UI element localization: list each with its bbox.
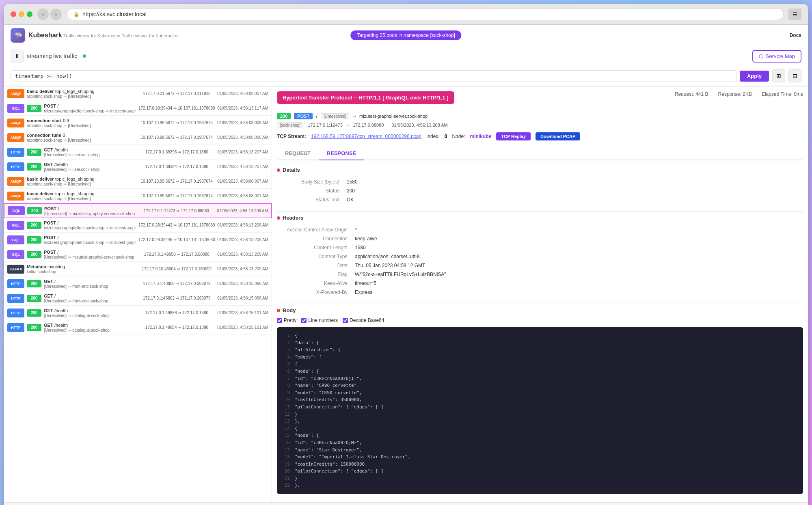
section-dot	[277, 168, 280, 172]
body-size-key: Body Size (bytes)	[278, 178, 343, 186]
tab-request[interactable]: REQUEST	[277, 147, 319, 160]
traffic-method: basic deliver	[27, 177, 54, 181]
service-map-button[interactable]: ⬡ Service Map	[752, 50, 801, 63]
traffic-row[interactable]: AMQP basic deliver topic_logs_shipping r…	[4, 189, 272, 203]
forward-button[interactable]: ›	[50, 9, 62, 20]
line-number: 16	[282, 439, 290, 447]
traffic-method-path: basic deliver topic_logs_shipping	[27, 176, 136, 182]
traffic-row[interactable]: HTTP 200 GET /health [Unresolved] ⇒user.…	[4, 160, 272, 174]
close-button[interactable]	[11, 11, 16, 17]
json-line: 10 "costInCredits": 3500000,	[282, 396, 798, 404]
json-line: 6 "node": {	[282, 368, 798, 375]
json-body: 1 { 2 "data": { 3 "allStarships": { 4 "e…	[277, 327, 803, 494]
table-view-button[interactable]: ⊞	[772, 69, 785, 82]
status-badge: 200	[27, 280, 41, 287]
traffic-row[interactable]: AMQP connection tune 0 rabbitmq.sock-sho…	[4, 130, 272, 145]
download-pcap-button[interactable]: Download PCAP	[536, 132, 580, 140]
traffic-row[interactable]: HTTP 200 GET /health [Unresolved] ⇒catal…	[4, 306, 272, 320]
service-map-icon: ⬡	[759, 53, 763, 59]
traffic-time: 01/05/2023, 4:58:13.209 AM	[217, 267, 268, 271]
status-badge: 200	[27, 295, 41, 302]
traffic-method: POST	[44, 250, 56, 255]
protocol-badge: GQL	[7, 235, 24, 244]
pretty-checkbox[interactable]: Pretty	[277, 317, 296, 323]
tcp-replay-button[interactable]: TCP Replay	[496, 132, 531, 140]
traffic-row[interactable]: GQL 200 POST / [Unresolved] ⇒mizutest-gr…	[4, 203, 272, 218]
traffic-path: invoicing	[48, 264, 65, 269]
traffic-row[interactable]: GQL 200 POST / mizutest-graphql-client.s…	[4, 233, 272, 247]
tcp-stream-link[interactable]: 192.168.59.127:8897/tcp_stream_000000296…	[311, 134, 421, 139]
maximize-button[interactable]	[27, 11, 32, 17]
protocol-badge: HTTP	[7, 309, 24, 317]
grid-view-button[interactable]: ⊟	[788, 69, 801, 82]
header-row: Content-Type application/json; charset=u…	[278, 252, 802, 261]
traffic-method-path: POST /	[44, 249, 136, 255]
traffic-method-path: GET /	[44, 278, 136, 284]
traffic-row[interactable]: HTTP 200 GET /health [Unresolved] ⇒user.…	[4, 145, 272, 160]
json-line: 15 "node": {	[282, 432, 798, 439]
minimize-button[interactable]	[19, 11, 24, 17]
traffic-row[interactable]: GQL 200 POST / [Unresolved] ⇒mizutest-gr…	[4, 247, 272, 262]
traffic-info: POST / mizutest-graphql-client.sock-shop…	[44, 103, 136, 113]
traffic-row[interactable]: HTTP 200 GET / [Unresolved] ⇒front-end.s…	[4, 291, 272, 306]
protocol-badge: GQL	[7, 221, 24, 230]
header-key: Date	[278, 261, 351, 270]
arrow-icon: ⇒	[68, 255, 71, 259]
traffic-row[interactable]: AMQP connection start 0.9 rabbitmq.sock-…	[4, 116, 272, 130]
traffic-time: 01/05/2023, 4:58:08.007 AM	[217, 91, 268, 96]
protocol-badge: AMQP	[7, 119, 24, 127]
line-number: 7	[282, 375, 290, 382]
traffic-row[interactable]: AMQP basic deliver topic_logs_shipping r…	[4, 174, 272, 189]
tab-response[interactable]: RESPONSE	[319, 147, 364, 160]
line-content: "pilotConnection": { "edges": [ ]	[295, 404, 384, 411]
traffic-info: connection start 0.9 rabbitmq.sock-shop …	[27, 118, 136, 128]
traffic-source: [Unresolved] ⇒front-end.sock-shop	[44, 284, 136, 289]
address-bar[interactable]: 🔒 https://ks.svc.cluster.local	[67, 8, 784, 20]
traffic-source: mizutest-graphql-client.sock-shop ⇒mizut…	[44, 109, 136, 113]
traffic-row[interactable]: AMQP basic deliver topic_logs_shipping r…	[4, 86, 272, 101]
apply-button[interactable]: Apply	[740, 71, 769, 82]
traffic-path: /	[54, 279, 56, 284]
line-numbers-checkbox[interactable]: Line numbers	[301, 317, 338, 323]
traffic-method-path: POST /	[44, 206, 136, 211]
status-badge: 200	[27, 149, 41, 156]
browser-menu-button[interactable]: ☰	[788, 9, 801, 20]
protocol-badge: AMQP	[7, 192, 24, 201]
traffic-path: topic_logs_shipping	[55, 191, 95, 196]
traffic-source: rabbitmq.sock-shop ⇒[Unresolved]	[27, 196, 136, 201]
app-header: 🦈 Kubeshark Traffic viewer for Kubernete…	[4, 25, 808, 46]
source-ip: 172.17.0.1:12473	[308, 123, 343, 127]
back-button[interactable]: ‹	[37, 9, 49, 20]
traffic-row[interactable]: KAFKA Metadata invoicing kafka.sock-shop…	[4, 262, 272, 276]
browser-titlebar: ‹ › 🔒 https://ks.svc.cluster.local ☰	[4, 4, 808, 25]
header-row: Keep-Alive timeout=5	[278, 279, 802, 287]
traffic-info: GET / [Unresolved] ⇒front-end.sock-shop	[44, 293, 136, 303]
traffic-method-path: basic deliver topic_logs_shipping	[27, 191, 136, 196]
line-content: "model": "CR90 corvette",	[295, 389, 362, 397]
docs-link[interactable]: Docs	[790, 32, 801, 38]
header-val: 1580	[352, 244, 802, 252]
status-key: Status	[278, 187, 343, 195]
traffic-row[interactable]: HTTP 200 GET / [Unresolved] ⇒front-end.s…	[4, 276, 272, 291]
line-number: 12	[282, 411, 290, 418]
status-badge: 200	[27, 236, 41, 244]
traffic-row[interactable]: GQL 200 POST / mizutest-graphql-client.s…	[4, 218, 272, 233]
pause-button[interactable]: ⏸	[11, 50, 24, 63]
traffic-method-path: POST /	[44, 220, 136, 226]
json-line: 12 }	[282, 411, 798, 418]
traffic-network: 10.107.10.99:5672 ⇒ 172.17.0.1937674	[136, 194, 217, 198]
hamburger-icon: ☰	[793, 11, 797, 17]
header-row: Etag W/"62c-a+ealTTlLFURqLvS+LuizBBNlSA"	[278, 270, 802, 278]
headers-section-title: Headers	[277, 215, 803, 221]
traffic-source: kafka.sock-shop	[27, 270, 136, 274]
traffic-row[interactable]: GQL 200 POST / mizutest-graphql-client.s…	[4, 101, 272, 116]
json-line: 4 "edges": [	[282, 354, 798, 361]
decode-base64-checkbox[interactable]: Decode Base64	[343, 317, 384, 323]
app-subtitle-text: Traffic viewer for Kubernetes	[121, 33, 178, 38]
traffic-row[interactable]: HTTP 200 GET /health [Unresolved] ⇒catal…	[4, 320, 272, 335]
line-number: 18	[282, 453, 290, 461]
line-content: "name": "CR90 corvette",	[295, 382, 359, 389]
json-line: 7 "id": "c3RhcnNoaXBzOjI=",	[282, 375, 798, 382]
filter-input[interactable]	[11, 70, 736, 82]
line-number: 5	[282, 360, 290, 368]
